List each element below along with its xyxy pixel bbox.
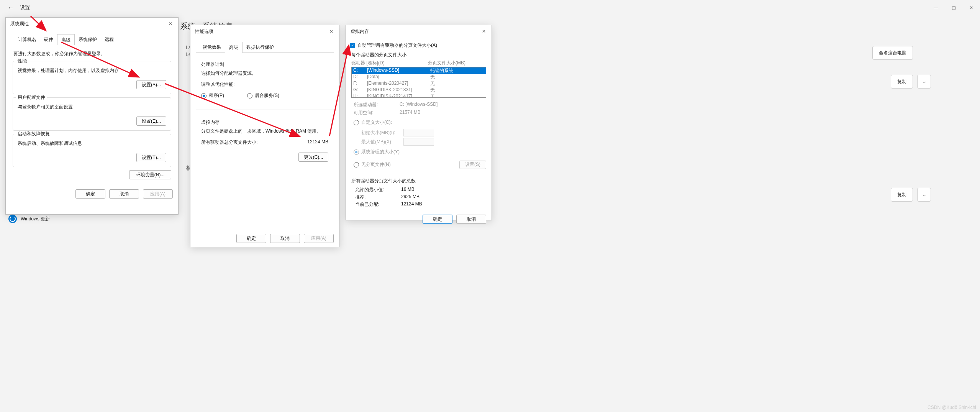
virtual-memory-title: 虚拟内存 <box>201 119 328 126</box>
radio-custom-size: 自定义大小(C): <box>354 119 484 126</box>
radio-icon <box>247 93 252 98</box>
min-value: 16 MB <box>401 187 415 193</box>
radio-icon <box>354 149 359 155</box>
chevron-down-icon[interactable]: ⌵ <box>917 75 931 89</box>
col-drive: 驱动器 [卷标](D) <box>351 60 428 66</box>
ok-button[interactable]: 确定 <box>236 234 266 243</box>
radio-programs[interactable]: 程序(P) <box>201 92 224 99</box>
user-profile-settings-button[interactable]: 设置(E)... <box>136 117 166 126</box>
auto-manage-label: 自动管理所有驱动器的分页文件大小(A) <box>357 42 437 49</box>
processor-scheduling-title: 处理器计划 <box>201 61 328 68</box>
max-size-label: 最大值(MB)(X): <box>361 139 403 145</box>
table-row[interactable]: C: [Windows-SSD] 托管的系统 <box>352 67 486 74</box>
env-vars-button[interactable]: 环境变量(N)... <box>129 170 171 179</box>
tab-hardware[interactable]: 硬件 <box>40 34 57 45</box>
copy-button-2[interactable]: 复制 <box>891 188 913 202</box>
maximize-icon[interactable]: ▢ <box>945 0 962 15</box>
settings-header: ← 设置 — ▢ ✕ <box>0 0 980 15</box>
radio-no-paging: 无分页文件(N) <box>354 161 452 168</box>
tab-visual-effects[interactable]: 视觉效果 <box>199 42 225 53</box>
tab-system-protection[interactable]: 系统保护 <box>75 34 101 45</box>
initial-size-input <box>403 129 434 136</box>
radio-icon <box>354 120 359 125</box>
available-space-value: 21574 MB <box>400 110 421 116</box>
cancel-button[interactable]: 取消 <box>270 234 300 243</box>
cur-value: 12124 MB <box>401 201 422 208</box>
min-label: 允许的最小值: <box>355 187 401 193</box>
radio-system-managed: 系统管理的大小(Y) <box>354 149 484 155</box>
apply-button[interactable]: 应用(A) <box>143 189 173 199</box>
table-row[interactable]: D: [Data] 无 <box>352 74 486 80</box>
table-row[interactable]: G: [KINGIDISK-2021331] 无 <box>352 87 486 94</box>
close-icon[interactable]: ✕ <box>327 27 336 36</box>
ok-button[interactable]: 确定 <box>423 215 452 224</box>
each-drive-label: 每个驱动器的分页文件大小 <box>351 52 486 58</box>
radio-background-services[interactable]: 后台服务(S) <box>247 92 279 99</box>
radio-icon <box>354 162 359 167</box>
settings-title: 设置 <box>20 4 30 11</box>
cancel-button[interactable]: 取消 <box>109 189 139 199</box>
dialog-title: 虚拟内存 ✕ <box>346 25 492 38</box>
startup-recovery-group: 启动和故障恢复 系统启动、系统故障和调试信息 设置(T)... <box>13 134 171 167</box>
virtual-memory-dialog: 虚拟内存 ✕ ✓ 自动管理所有驱动器的分页文件大小(A) 每个驱动器的分页文件大… <box>346 25 492 220</box>
sidebar-item-windows-update[interactable]: Windows 更新 <box>8 215 50 223</box>
tab-computer-name[interactable]: 计算机名 <box>14 34 40 45</box>
initial-size-label: 初始大小(MB)(I): <box>361 130 403 136</box>
radio-icon <box>201 93 206 98</box>
performance-options-dialog: 性能选项 ✕ 视觉效果 高级 数据执行保护 处理器计划 选择如何分配处理器资源。… <box>190 25 339 247</box>
apply-button[interactable]: 应用(A) <box>304 234 334 243</box>
performance-group: 性能 视觉效果，处理器计划，内存使用，以及虚拟内存 设置(S)... <box>13 61 171 94</box>
cur-label: 当前已分配: <box>355 201 401 208</box>
set-button: 设置(S) <box>459 161 486 169</box>
col-size: 分页文件大小(MB) <box>428 60 465 66</box>
user-profiles-group: 用户配置文件 与登录帐户相关的桌面设置 设置(E)... <box>13 97 171 131</box>
window-controls: — ▢ ✕ <box>927 0 980 15</box>
close-icon[interactable]: ✕ <box>962 0 980 15</box>
close-icon[interactable]: ✕ <box>166 19 175 28</box>
chevron-down-icon[interactable]: ⌵ <box>917 188 931 202</box>
performance-settings-button[interactable]: 设置(S)... <box>136 80 166 89</box>
sidebar-item-label: Windows 更新 <box>21 216 50 222</box>
change-button[interactable]: 更改(C)... <box>298 153 328 162</box>
tab-advanced[interactable]: 高级 <box>57 34 75 45</box>
tab-advanced[interactable]: 高级 <box>225 42 243 53</box>
rename-pc-button[interactable]: 命名这台电脑 <box>872 46 913 60</box>
admin-note: 要进行大多数更改，你必须作为管理员登录。 <box>13 51 170 57</box>
tab-dep[interactable]: 数据执行保护 <box>243 42 278 53</box>
ok-button[interactable]: 确定 <box>75 189 105 199</box>
rec-value: 2925 MB <box>401 194 420 200</box>
tab-remote[interactable]: 远程 <box>101 34 118 45</box>
table-row[interactable]: F: [Elements-2020427] 无 <box>352 80 486 87</box>
available-space-label: 可用空间: <box>354 110 400 116</box>
cancel-button[interactable]: 取消 <box>456 215 486 224</box>
back-icon[interactable]: ← <box>8 4 14 11</box>
table-row[interactable]: H: [KINGIDISK-2021417] 无 <box>352 94 486 98</box>
drive-list[interactable]: C: [Windows-SSD] 托管的系统 D: [Data] 无 F: [E… <box>351 67 486 98</box>
copy-button[interactable]: 复制 <box>891 75 913 89</box>
minimize-icon[interactable]: — <box>927 0 945 15</box>
total-paging-value: 12124 MB <box>307 139 328 146</box>
update-icon <box>8 215 17 223</box>
startup-settings-button[interactable]: 设置(T)... <box>136 153 166 162</box>
selected-drive-label: 所选驱动器: <box>354 102 400 108</box>
total-paging-label: 所有驱动器总分页文件大小: <box>201 139 257 146</box>
dialog-title: 性能选项 ✕ <box>190 25 339 38</box>
dialog-title: 系统属性 ✕ <box>6 18 178 30</box>
selected-drive-value: C: [Windows-SSD] <box>400 102 438 108</box>
totals-title: 所有驱动器分页文件大小的总数 <box>351 178 486 184</box>
auto-manage-checkbox[interactable]: ✓ <box>350 43 355 48</box>
system-properties-dialog: 系统属性 ✕ 计算机名 硬件 高级 系统保护 远程 要进行大多数更改，你必须作为… <box>5 17 179 215</box>
max-size-input <box>403 138 434 146</box>
close-icon[interactable]: ✕ <box>479 27 488 36</box>
watermark: CSDN @Kudō Shin-ichi <box>928 405 976 410</box>
rec-label: 推荐: <box>355 194 401 200</box>
